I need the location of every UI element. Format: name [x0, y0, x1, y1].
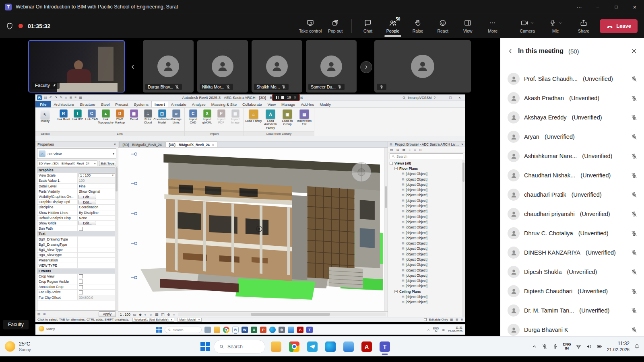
video-tile[interactable]: Shaikh Mo...: [252, 40, 302, 93]
Systems[interactable]: Systems: [131, 101, 151, 107]
volume-icon[interactable]: [586, 343, 592, 350]
tree-node-floor-plan[interactable]: [object Object]: [388, 198, 465, 203]
BgX_View Type[interactable]: BgX_View Type: [37, 247, 116, 253]
Text[interactable]: Text: [37, 231, 116, 237]
Point Cloud[interactable]: ∴ Point Cloud: [141, 109, 155, 125]
acrobat-icon[interactable]: [361, 341, 372, 352]
mic-off-icon[interactable]: [631, 76, 638, 82]
tree-node-floor-plans[interactable]: Floor Plans: [388, 166, 465, 171]
participant-row[interactable]: DINESH KANZARIYA (Unverified): [500, 243, 644, 262]
Detail Level[interactable]: Detail Level Fine: [37, 184, 116, 189]
collapse-icon[interactable]: [394, 167, 398, 170]
presenter-weather-widget[interactable]: Sunny: [39, 326, 55, 331]
revit-icon[interactable]: [232, 327, 239, 333]
file-explorer-icon[interactable]: [271, 341, 281, 352]
revit-close-button[interactable]: [456, 96, 463, 100]
BgX_ViewType[interactable]: BgX_ViewType: [37, 253, 116, 258]
Import CAD[interactable]: C Import CAD: [186, 109, 200, 125]
Decal[interactable]: ▦ Decal: [127, 109, 141, 121]
mic-off-icon[interactable]: [631, 134, 638, 140]
Analyze[interactable]: Analyze: [189, 101, 208, 107]
participant-row[interactable]: Diptesh Chaudhari (Unverified): [500, 282, 644, 301]
Link IFC[interactable]: I Link IFC: [70, 109, 85, 121]
excel-icon[interactable]: [251, 327, 257, 333]
participant-row[interactable]: Dr. M. Tamim Tan... (Unverified): [500, 301, 644, 320]
tree-node-floor-plan[interactable]: [object Object]: [388, 241, 465, 246]
people-button[interactable]: 50 People: [381, 16, 405, 37]
File[interactable]: File: [35, 101, 51, 107]
pop-out-button[interactable]: Pop out: [323, 16, 347, 37]
shared-3d-model[interactable]: [118, 148, 388, 311]
Annotation Crop[interactable]: Annotation Crop: [37, 284, 116, 290]
Load Autodesk Family[interactable]: A Load Autodesk Family: [262, 109, 279, 130]
system-clock[interactable]: 11:3221-02-2026: [607, 341, 630, 353]
react-button[interactable]: React: [431, 16, 455, 37]
revit-window[interactable]: R ▤ ↶ ↷ ✎ ⌂ ⊞ ≡ ▦ Autodesk Revit 2025.3 …: [35, 95, 465, 322]
tree-node-floor-plan[interactable]: [object Object]: [388, 251, 465, 257]
tree-node-floor-plan[interactable]: [object Object]: [388, 273, 465, 278]
folder-icon[interactable]: [288, 327, 294, 333]
revit-maximize-button[interactable]: [447, 96, 454, 100]
properties-close-icon[interactable]: ×: [114, 142, 116, 146]
tree-node-floor-plan[interactable]: [object Object]: [388, 177, 465, 182]
view-tab[interactable]: {3D} - BIMgrafX_Revit_24: [165, 142, 217, 147]
edge-icon[interactable]: [325, 341, 336, 352]
Parts Visibility[interactable]: Parts Visibility Show Original: [37, 189, 116, 194]
leave-button[interactable]: Leave: [600, 19, 638, 33]
share-button[interactable]: Share: [572, 16, 596, 37]
Discipline[interactable]: Discipline Coordination: [37, 205, 116, 210]
wifi-icon[interactable]: [576, 343, 582, 350]
tree-node-floor-plan[interactable]: [object Object]: [388, 182, 465, 187]
panel-caption[interactable]: Link: [55, 131, 184, 136]
Load as Group[interactable]: ▣ Load as Group: [279, 109, 296, 126]
view-control-icons[interactable]: ▭ ◆ ◐ ☼ ▦ ◫ ⊕ ≡: [133, 313, 175, 317]
Annotate[interactable]: Annotate: [168, 101, 189, 107]
BgX_Drawing Type[interactable]: BgX_Drawing Type: [37, 237, 116, 242]
teams-icon[interactable]: [380, 341, 390, 352]
participant-row[interactable]: Dhruv C. Chotaliya (Unverified): [500, 224, 644, 243]
tree-node-floor-plan[interactable]: [object Object]: [388, 193, 465, 198]
Graphic Display Opti...[interactable]: Graphic Display Opti... Edit...: [37, 200, 116, 205]
tree-node-floor-plan[interactable]: [object Object]: [388, 262, 465, 267]
VIEW TYPE[interactable]: VIEW TYPE: [37, 263, 116, 268]
file-explorer-icon[interactable]: [214, 327, 220, 333]
tree-node-floor-plan[interactable]: [object Object]: [388, 246, 465, 251]
weather-widget[interactable]: 25°C Sunny: [5, 341, 31, 352]
taskbar-search-input[interactable]: Search: [165, 327, 202, 333]
participant-row[interactable]: Durga Bhavani K: [500, 320, 644, 336]
window-close-button[interactable]: [625, 0, 644, 14]
volume-icon[interactable]: [442, 328, 445, 332]
mic-off-icon[interactable]: [631, 211, 638, 218]
video-tile[interactable]: Sameer Du...: [306, 40, 357, 93]
acrobat-icon[interactable]: [297, 327, 303, 333]
powerpoint-icon[interactable]: [260, 327, 266, 333]
browser-scrollbar[interactable]: [462, 160, 465, 317]
view-tab[interactable]: {3D} - BIMgrafX_Revit_24: [119, 142, 165, 147]
previous-participants-icon[interactable]: [130, 64, 136, 70]
browser-search-input[interactable]: Search: [390, 153, 463, 159]
close-icon[interactable]: ×: [294, 95, 296, 100]
revit-minimize-button[interactable]: [438, 96, 445, 100]
mic-off-icon[interactable]: [631, 114, 638, 121]
Insert[interactable]: Insert: [151, 101, 168, 107]
search-icon[interactable]: [402, 96, 406, 100]
Insert from File[interactable]: ▤ Insert from File: [296, 109, 313, 126]
task-view-icon[interactable]: [204, 327, 211, 333]
muted-mic-icon[interactable]: [542, 343, 548, 350]
pause-share-icon[interactable]: [276, 96, 279, 99]
presenter-control-bar[interactable]: 19 ×: [272, 94, 300, 101]
Manage Links[interactable]: ∞ Manage Links: [169, 109, 183, 125]
Massing & Site[interactable]: Massing & Site: [208, 101, 239, 107]
Far Clip Active[interactable]: Far Clip Active: [37, 290, 116, 295]
Import gbXML[interactable]: X Import gbXML: [200, 109, 214, 125]
taskbar-search-input[interactable]: Search: [214, 340, 265, 354]
chevron-down-icon[interactable]: [530, 21, 535, 25]
Add-Ins[interactable]: Add-Ins: [298, 101, 317, 107]
presenter-clock[interactable]: 11:3121-02-2026: [448, 326, 462, 333]
close-panel-icon[interactable]: [630, 47, 638, 55]
Steel[interactable]: Steel: [98, 101, 113, 107]
panel-caption[interactable]: Select: [35, 131, 55, 136]
Load Family[interactable]: ⌂ Load Family: [245, 109, 262, 123]
video-tile[interactable]: Durga Bhav...: [143, 40, 194, 93]
tree-node-ceiling-plan[interactable]: [object Object]: [388, 300, 465, 305]
